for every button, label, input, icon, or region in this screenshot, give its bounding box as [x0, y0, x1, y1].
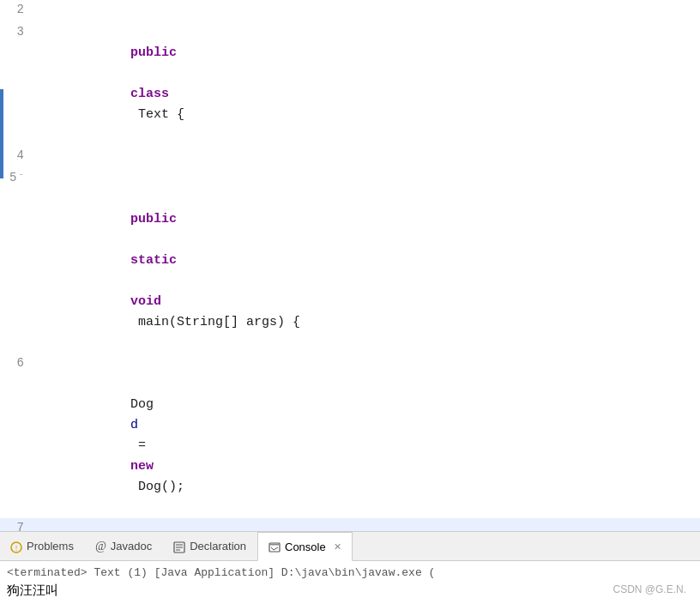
table-row: 4: [0, 146, 700, 168]
watermark-fixed: CSDN @G.E.N.: [612, 583, 686, 595]
declaration-icon: [173, 539, 185, 553]
collapse-indicator[interactable]: ⁻: [18, 170, 24, 185]
javadoc-icon: @: [95, 540, 106, 553]
problems-icon: !: [10, 539, 22, 553]
keyword-class: class: [130, 87, 169, 101]
tab-javadoc[interactable]: @ Javadoc: [85, 532, 163, 560]
tab-javadoc-label: Javadoc: [111, 540, 152, 553]
svg-text:!: !: [15, 544, 18, 553]
line-number: 5⁻: [0, 168, 34, 353]
line-code: Dog d = new Dog();: [34, 353, 700, 518]
tab-console[interactable]: Console ✕: [257, 532, 353, 561]
table-row: 3 public class Text {: [0, 22, 700, 146]
table-row: 7 d.shout();: [0, 518, 700, 531]
code-editor: 2 3 public class Text { 4: [0, 0, 700, 531]
table-row: 6 Dog d = new Dog();: [0, 353, 700, 518]
svg-line-8: [271, 547, 274, 550]
tab-declaration[interactable]: Declaration: [163, 532, 257, 560]
table-row: 5⁻ public static void main(String[] args…: [0, 168, 700, 353]
console-close-icon[interactable]: ✕: [334, 541, 341, 553]
line-number: 3: [0, 22, 34, 146]
line-code: public static void main(String[] args) {: [34, 168, 700, 353]
keyword-void: void: [130, 294, 161, 309]
console-terminated-text: <terminated> Text (1) [Java Application]…: [7, 566, 693, 579]
keyword-public: public: [130, 212, 177, 226]
line-number: 2: [0, 0, 34, 22]
console-content: <terminated> Text (1) [Java Application]…: [0, 561, 700, 604]
table-row: 2: [0, 0, 700, 22]
keyword-new: new: [130, 459, 154, 474]
keyword-public: public: [130, 45, 177, 60]
line-code: d.shout();: [34, 518, 700, 531]
line-code: [34, 146, 700, 168]
console-icon: [269, 540, 281, 553]
svg-rect-7: [270, 544, 279, 546]
tab-declaration-label: Declaration: [190, 540, 246, 553]
variable-d: d: [130, 418, 138, 432]
keyword-static: static: [130, 253, 177, 268]
line-number: 4: [0, 146, 34, 168]
code-table: 2 3 public class Text { 4: [0, 0, 700, 531]
tabs-bar: ! Problems @ Javadoc Declaration: [0, 532, 700, 561]
tab-console-label: Console: [285, 541, 326, 553]
line-code: public class Text {: [34, 22, 700, 146]
code-area: 2 3 public class Text { 4: [0, 0, 700, 531]
bottom-panel: ! Problems @ Javadoc Declaration: [0, 531, 700, 604]
line-code: [34, 0, 700, 22]
console-output-text: 狗汪汪叫: [7, 583, 693, 599]
blue-collapse-bar: [0, 89, 3, 178]
line-number: 6: [0, 353, 34, 518]
tab-problems-label: Problems: [27, 540, 74, 553]
tab-problems[interactable]: ! Problems: [0, 532, 85, 560]
svg-line-9: [274, 547, 278, 550]
line-number: 7: [0, 518, 34, 531]
